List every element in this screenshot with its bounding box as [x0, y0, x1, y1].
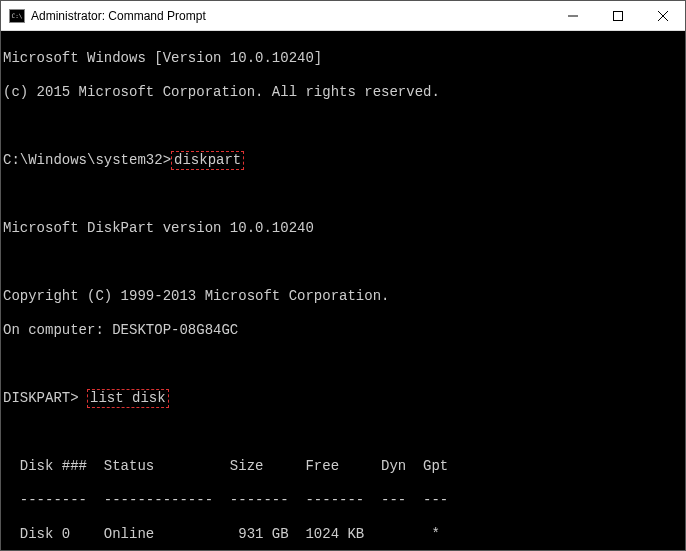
prompt: C:\Windows\system32> — [3, 152, 171, 168]
svg-rect-1 — [613, 11, 622, 20]
window-title: Administrator: Command Prompt — [31, 9, 550, 23]
output-line: (c) 2015 Microsoft Corporation. All righ… — [3, 84, 685, 101]
output-line: On computer: DESKTOP-08G84GC — [3, 322, 685, 339]
table-header: Disk ### Status Size Free Dyn Gpt — [3, 458, 685, 475]
table-divider: -------- ------------- ------- ------- -… — [3, 492, 685, 509]
titlebar[interactable]: Administrator: Command Prompt — [1, 1, 685, 31]
output-line: Microsoft DiskPart version 10.0.10240 — [3, 220, 685, 237]
command-highlight: list disk — [87, 389, 169, 408]
output-line: Copyright (C) 1999-2013 Microsoft Corpor… — [3, 288, 685, 305]
close-button[interactable] — [640, 1, 685, 30]
app-icon — [9, 9, 25, 23]
window-controls — [550, 1, 685, 30]
minimize-button[interactable] — [550, 1, 595, 30]
table-row: Disk 0 Online 931 GB 1024 KB * — [3, 526, 685, 543]
prompt: DISKPART> — [3, 390, 87, 406]
command-prompt-window: Administrator: Command Prompt Microsoft … — [0, 0, 686, 551]
output-line: Microsoft Windows [Version 10.0.10240] — [3, 50, 685, 67]
terminal-output[interactable]: Microsoft Windows [Version 10.0.10240] (… — [1, 31, 685, 550]
maximize-button[interactable] — [595, 1, 640, 30]
command-highlight: diskpart — [171, 151, 244, 170]
